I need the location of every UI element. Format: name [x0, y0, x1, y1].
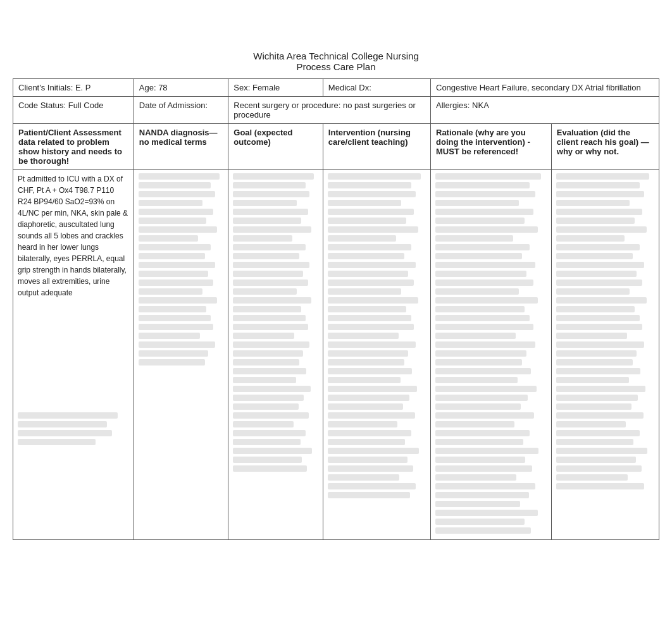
header-nanda: NANDA diagnosis—no medical terms [134, 124, 228, 170]
content-row: Pt admitted to ICU with a DX of CHF, Pt … [13, 170, 659, 540]
title-block: Wichita Area Technical College Nursing P… [13, 51, 659, 72]
assessment-content: Pt admitted to ICU with a DX of CHF, Pt … [13, 170, 134, 540]
medical-dx-value-cell: Congestive Heart Failure, secondary DX A… [431, 79, 659, 97]
header-rationale: Rationale (why are you doing the interve… [431, 124, 552, 170]
rationale-content [431, 170, 552, 540]
evaluation-content [551, 170, 659, 540]
page-wrapper: Wichita Area Technical College Nursing P… [0, 0, 672, 565]
header-goal: Goal (expected outcome) [228, 124, 323, 170]
header-assessment: Patient/Client Assessment data related t… [13, 124, 134, 170]
medical-dx-label-cell: Medical Dx: [323, 79, 430, 97]
patient-info-row-1: Client's Initials: E. P Age: 78 Sex: Fem… [13, 79, 659, 97]
column-header-row: Patient/Client Assessment data related t… [13, 124, 659, 170]
evaluation-blurred [556, 173, 654, 489]
goal-content [228, 170, 323, 540]
header-evaluation: Evaluation (did the client reach his goa… [551, 124, 659, 170]
age-cell: Age: 78 [134, 79, 228, 97]
sub-title: Process Care Plan [13, 61, 659, 72]
patient-info-row-2: Code Status: Full Code Date of Admission… [13, 97, 659, 124]
allergies-cell: Allergies: NKA [431, 97, 659, 124]
rationale-blurred [435, 173, 547, 534]
sex-cell: Sex: Female [228, 79, 323, 97]
goal-blurred [233, 173, 318, 472]
initials-cell: Client's Initials: E. P [13, 79, 134, 97]
intervention-content [323, 170, 430, 540]
intervention-blurred [328, 173, 426, 498]
assessment-blurred [18, 412, 129, 445]
assessment-text: Pt admitted to ICU with a DX of CHF, Pt … [18, 173, 129, 298]
nanda-content [134, 170, 228, 540]
code-status-cell: Code Status: Full Code [13, 97, 134, 124]
recent-surgery-cell: Recent surgery or procedure: no past sur… [228, 97, 431, 124]
header-intervention: Intervention (nursing care/client teachi… [323, 124, 430, 170]
nanda-blurred [139, 173, 224, 366]
date-admission-cell: Date of Admission: [134, 97, 228, 124]
care-plan-table: Client's Initials: E. P Age: 78 Sex: Fem… [13, 78, 659, 540]
main-title: Wichita Area Technical College Nursing [13, 51, 659, 61]
